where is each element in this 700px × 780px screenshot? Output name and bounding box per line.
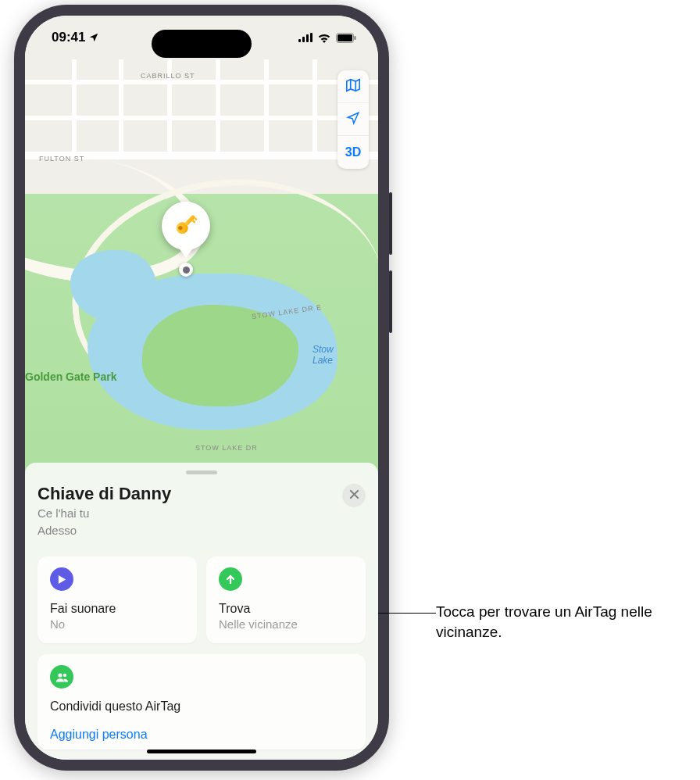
play-sound-tile[interactable]: Fai suonare No [38, 556, 197, 643]
detail-sheet[interactable]: Chiave di Danny Ce l'hai tu Adesso Fai s… [25, 463, 378, 760]
dynamic-island [152, 30, 252, 58]
find-title: Trova [219, 602, 353, 616]
item-title: Chiave di Danny [38, 484, 171, 504]
svg-rect-5 [338, 34, 352, 41]
map-controls: 3D [338, 70, 369, 169]
svg-point-13 [62, 673, 66, 676]
cellular-icon [298, 33, 312, 42]
find-tile[interactable]: Trova Nelle vicinanze [206, 556, 366, 643]
sheet-grabber[interactable] [186, 471, 217, 474]
screen: 09:41 [25, 16, 378, 760]
airtag-map-pin[interactable] [162, 202, 210, 250]
svg-point-12 [58, 673, 62, 677]
find-subtitle: Nelle vicinanze [219, 617, 353, 631]
home-indicator[interactable] [147, 750, 256, 753]
phone-frame: 09:41 [14, 5, 389, 771]
play-subtitle: No [50, 617, 184, 631]
location-arrow-icon [346, 111, 360, 128]
arrow-up-icon [219, 567, 242, 591]
three-d-button[interactable]: 3D [338, 136, 369, 169]
street-label-cabrillo: CABRILLO ST [141, 72, 195, 80]
svg-rect-0 [298, 39, 301, 42]
locate-me-button[interactable] [338, 103, 369, 136]
svg-rect-6 [355, 36, 356, 40]
share-tile[interactable]: Condividi questo AirTag Aggiungi persona [38, 654, 366, 750]
wifi-icon [317, 33, 331, 43]
close-icon [349, 488, 359, 503]
battery-icon [336, 33, 356, 43]
item-subtitle-1: Ce l'hai tu [38, 506, 171, 521]
three-d-label: 3D [345, 145, 361, 159]
map-icon [345, 78, 361, 95]
park-label: Golden Gate Park [25, 370, 116, 383]
item-subtitle-2: Adesso [38, 523, 171, 538]
callout-text: Tocca per trovare un AirTag nelle vicina… [436, 602, 700, 642]
map-mode-button[interactable] [338, 70, 369, 103]
key-icon [170, 209, 202, 243]
add-person-link[interactable]: Aggiungi persona [50, 728, 353, 742]
share-title: Condividi questo AirTag [50, 699, 353, 714]
pin-location-dot [179, 263, 193, 277]
status-time: 09:41 [52, 30, 85, 45]
people-icon [50, 665, 73, 689]
svg-rect-3 [310, 33, 312, 42]
street-label-stow: STOW LAKE DR [195, 444, 258, 452]
play-icon [50, 567, 73, 591]
svg-rect-2 [306, 34, 309, 42]
svg-rect-1 [302, 37, 305, 42]
play-title: Fai suonare [50, 602, 184, 616]
lake-label: Stow Lake [312, 344, 334, 366]
location-arrow-icon [88, 32, 99, 43]
close-button[interactable] [342, 484, 366, 507]
